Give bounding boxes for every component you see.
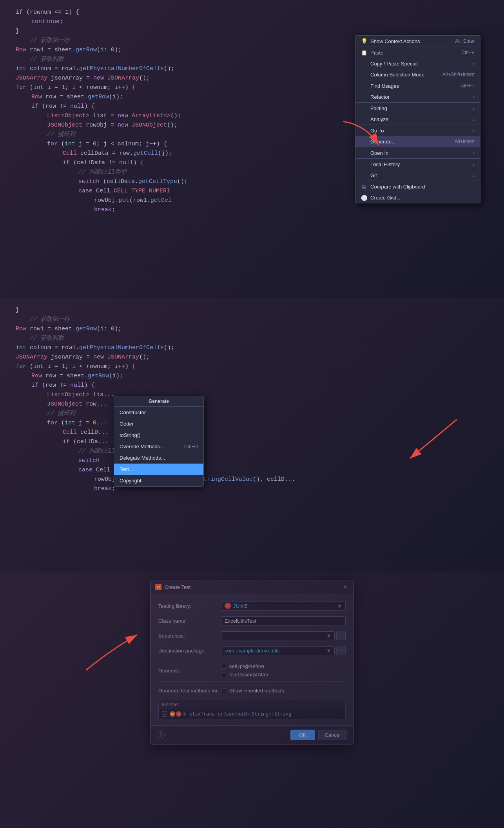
context-menu-item-generate[interactable]: Generate... Alt+Insert — [355, 136, 480, 147]
submenu-arrow-7: › — [473, 161, 475, 167]
show-inherited-checkbox[interactable] — [221, 688, 226, 693]
generate-item-delegate[interactable]: Delegate Methods... — [114, 452, 203, 464]
class-name-label: Class name: — [158, 618, 221, 624]
context-menu: 💡 Show Context Actions Alt+Enter 📋 Paste… — [355, 35, 480, 203]
section2-generate-menu: } // 获取第一行 Row row1 = sheet.getRow(i: 0)… — [0, 298, 504, 572]
generate-label-row: Generate: setUp/@Before tearDown/@After — [158, 663, 346, 678]
dest-package-field: com.example.demo.utils ▼ ··· — [221, 646, 346, 655]
empty-icon-9 — [361, 150, 367, 156]
superclass-label: Superclass: — [158, 633, 221, 639]
context-menu-item-open-in[interactable]: Open In › — [355, 147, 480, 158]
junit-icon: J — [225, 603, 231, 609]
context-menu-item-analyze[interactable]: Analyze › — [355, 114, 480, 125]
context-menu-item-find-usages[interactable]: Find Usages Alt+F7 — [355, 80, 480, 91]
generate-item-test[interactable]: Test... — [114, 464, 203, 475]
member-header: Member — [162, 702, 179, 707]
generate-item-copyright[interactable]: Copyright — [114, 475, 203, 486]
dialog-title: Create Test — [165, 584, 190, 590]
dialog-title-left: IJ Create Test — [155, 584, 190, 590]
context-menu-item-paste[interactable]: 📋 Paste Ctrl+V — [355, 47, 480, 58]
create-test-dialog: IJ Create Test ✕ Testing library: J JUni… — [150, 580, 354, 745]
divider-1 — [158, 660, 346, 660]
empty-icon-11 — [361, 172, 367, 178]
submenu-arrow-2: › — [473, 94, 475, 100]
submenu-arrow-1: › — [473, 61, 475, 67]
context-menu-item-column-selection[interactable]: Column Selection Mode Alt+Shift+Insert — [355, 69, 480, 80]
empty-icon-2 — [361, 71, 367, 78]
teardown-label: tearDown/@After — [229, 672, 268, 678]
section3-create-test: IJ Create Test ✕ Testing library: J JUni… — [0, 572, 504, 828]
superclass-field: ▼ ··· — [221, 631, 346, 640]
context-menu-item-compare-clipboard[interactable]: ⧉ Compare with Clipboard — [355, 181, 480, 192]
generate-menu-title: Generate — [114, 396, 203, 407]
context-menu-item-local-history[interactable]: Local History › — [355, 158, 480, 170]
generate-item-constructor[interactable]: Constructor — [114, 407, 203, 418]
context-menu-item-copy-paste-special[interactable]: Copy / Paste Special › — [355, 58, 480, 69]
dialog-body: Testing library: J JUnit5 ▼ Class name: … — [150, 594, 354, 725]
empty-icon-3 — [361, 83, 367, 89]
dest-package-row: Destination package: com.example.demo.ut… — [158, 645, 346, 656]
section1-code-editor: if (rownum <= 1) { continue; } // 获取第一行 … — [0, 0, 504, 298]
context-menu-item-git[interactable]: Git › — [355, 170, 480, 181]
context-menu-item-folding[interactable]: Folding › — [355, 102, 480, 114]
submenu-arrow-5: › — [473, 128, 475, 134]
empty-icon-5 — [361, 105, 367, 111]
superclass-dots-button[interactable]: ··· — [336, 631, 346, 640]
context-menu-item-show-context-actions[interactable]: 💡 Show Context Actions Alt+Enter — [355, 36, 480, 47]
dest-package-dropdown[interactable]: com.example.demo.utils ▼ — [221, 646, 335, 655]
submenu-arrow-3: › — [473, 105, 475, 111]
method-name-0: xlsxTransferJson(path:String):String — [189, 711, 291, 717]
dropdown-arrow-testing: ▼ — [337, 603, 342, 609]
divider-2 — [158, 681, 346, 682]
context-menu-item-refactor[interactable]: Refactor › — [355, 91, 480, 102]
testing-library-label: Testing library: — [158, 603, 221, 609]
dialog-close-button[interactable]: ✕ — [342, 583, 349, 591]
submenu-arrow-4: › — [473, 116, 475, 122]
superclass-dropdown[interactable]: ▼ — [221, 631, 335, 640]
show-inherited-field: Show inherited methods — [221, 688, 346, 694]
compare-icon: ⧉ — [361, 183, 367, 190]
dialog-titlebar: IJ Create Test ✕ — [150, 580, 354, 594]
footer-buttons: OK Cancel — [290, 730, 347, 740]
method-icon-m: m — [170, 711, 175, 717]
class-name-row: Class name: ExcelUtilsTest — [158, 615, 346, 626]
generate-submenu: Generate Constructor Getter toString() O… — [114, 396, 204, 487]
generate-item-override[interactable]: Override Methods... Ctrl+O — [114, 441, 203, 452]
dialog-footer: ? OK Cancel — [150, 725, 354, 744]
empty-icon-7 — [361, 127, 367, 134]
dest-package-label: Destination package: — [158, 648, 221, 654]
testing-library-row: Testing library: J JUnit5 ▼ — [158, 600, 346, 611]
empty-icon-1 — [361, 60, 367, 67]
generate-item-tostring[interactable]: toString() — [114, 429, 203, 441]
class-name-field: ExcelUtilsTest — [221, 616, 346, 625]
bulb-icon: 💡 — [361, 38, 367, 44]
dest-package-value: com.example.demo.utils — [225, 648, 279, 654]
testing-library-dropdown[interactable]: J JUnit5 ▼ — [221, 601, 346, 611]
dropdown-arrow-superclass: ▼ — [326, 633, 331, 639]
dest-package-dots-button[interactable]: ··· — [336, 646, 346, 655]
method-icon-c: c — [176, 711, 181, 717]
generate-item-getter[interactable]: Getter — [114, 418, 203, 429]
submenu-arrow-8: › — [473, 172, 475, 178]
paste-icon: 📋 — [361, 49, 367, 56]
generate-test-row: Generate test methods for: Show inherite… — [158, 685, 346, 696]
methods-table: Member ✓ m c ⊕ xlsxTransferJson(path:Str… — [158, 700, 346, 719]
help-button[interactable]: ? — [157, 731, 165, 739]
generate-checkboxes: setUp/@Before tearDown/@After — [221, 663, 346, 678]
method-checkbox-0[interactable]: ✓ — [162, 711, 167, 717]
generate-test-label: Generate test methods for: — [158, 688, 221, 694]
context-menu-item-goto[interactable]: Go To › — [355, 125, 480, 136]
superclass-row: Superclass: ▼ ··· — [158, 630, 346, 641]
red-arrow-3 — [78, 627, 149, 674]
methods-table-header: Member — [159, 700, 345, 709]
teardown-checkbox[interactable] — [221, 672, 226, 677]
cancel-button[interactable]: Cancel — [318, 730, 347, 740]
setup-checkbox[interactable] — [221, 664, 226, 669]
class-name-input[interactable]: ExcelUtilsTest — [221, 616, 346, 625]
ok-button[interactable]: OK — [290, 730, 315, 740]
submenu-arrow-6: › — [473, 150, 475, 156]
empty-icon-8 — [361, 138, 367, 145]
dropdown-arrow-dest: ▼ — [326, 648, 331, 654]
context-menu-item-create-gist[interactable]: ⬤ Create Gist... — [355, 192, 480, 203]
method-icon-extra: ⊕ — [182, 711, 186, 717]
